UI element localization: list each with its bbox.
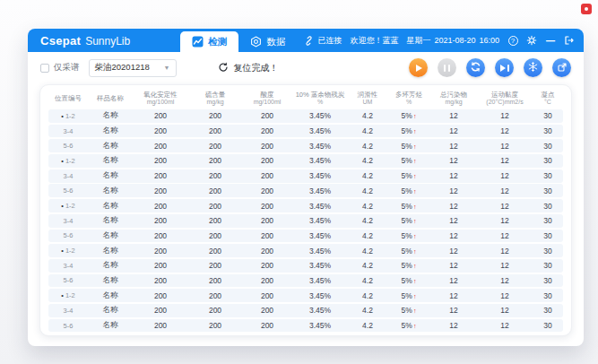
- value-cell: 200: [188, 276, 242, 285]
- table-row[interactable]: •1-2名称2002002003.45%4.25%↑121230: [48, 289, 563, 302]
- alert-up-icon: ↑: [413, 188, 417, 195]
- table-row[interactable]: •1-2名称2002002003.45%4.25%↑121230: [48, 244, 563, 257]
- column-header: 润滑性UM: [348, 91, 387, 106]
- sample-name-cell: 名称: [88, 215, 133, 226]
- table-row[interactable]: 5-6名称2002002003.45%4.25%↑121230: [48, 230, 563, 243]
- value-cell: 12: [477, 231, 533, 240]
- freeze-button[interactable]: [524, 58, 542, 77]
- value-cell: 5%↑: [387, 142, 430, 151]
- position-cell: 3-4: [48, 307, 88, 315]
- value-cell: 200: [133, 321, 188, 330]
- sample-name-cell: 名称: [88, 170, 133, 181]
- table-row[interactable]: •1-2名称2002002003.45%4.25%↑121230: [48, 154, 563, 168]
- help-icon[interactable]: ?: [507, 35, 518, 46]
- sample-name-cell: 名称: [88, 186, 133, 196]
- reset-status[interactable]: 复位完成！: [218, 60, 279, 76]
- reset-refresh-icon: [218, 60, 229, 76]
- spectrum-only-checkbox[interactable]: [40, 64, 49, 73]
- value-cell: 4.2: [348, 142, 387, 151]
- sample-name-cell: 名称: [88, 155, 133, 166]
- table-row[interactable]: 3-4名称2002002003.45%4.25%↑121230: [48, 214, 563, 228]
- value-cell: 3.45%: [292, 126, 348, 135]
- chevron-down-icon: ▼: [164, 65, 170, 71]
- table-row[interactable]: •1-2名称2002002003.45%4.25%↑121230: [48, 109, 563, 123]
- table-row[interactable]: 5-6名称2002002003.45%4.25%↑121230: [48, 184, 563, 197]
- position-cell: 5-6: [48, 322, 88, 330]
- value-cell: 12: [477, 321, 533, 330]
- value-cell: 200: [242, 276, 292, 285]
- time-text: 16:00: [479, 36, 499, 45]
- table-row[interactable]: 5-6名称2002002003.45%4.25%↑121230: [48, 274, 563, 288]
- value-cell: 3.45%: [292, 247, 348, 256]
- value-cell: 200: [188, 111, 242, 120]
- spectrum-only-label: 仅采谱: [54, 62, 80, 74]
- sample-name-cell: 名称: [88, 275, 133, 286]
- value-cell: 12: [430, 216, 477, 225]
- tab-data[interactable]: 数据: [238, 31, 297, 52]
- value-cell: 200: [242, 291, 292, 300]
- sample-name-cell: 名称: [88, 246, 133, 256]
- exit-icon[interactable]: [564, 35, 575, 46]
- tab-detection[interactable]: 检测: [180, 31, 238, 52]
- value-cell: 30: [533, 142, 563, 151]
- value-cell: 200: [133, 142, 188, 151]
- value-cell: 3.45%: [292, 306, 348, 315]
- value-cell: 200: [133, 291, 188, 300]
- table-row[interactable]: 3-4名称2002002003.45%4.25%↑121230: [48, 259, 563, 273]
- value-cell: 30: [533, 156, 563, 165]
- value-cell: 200: [188, 156, 242, 165]
- date-text: 2021-08-20: [434, 36, 475, 45]
- value-cell: 12: [477, 156, 533, 165]
- settings-gear-icon[interactable]: [526, 35, 537, 46]
- table-row[interactable]: 5-6名称2002002003.45%4.25%↑121230: [48, 139, 563, 152]
- capture-indicator-icon: [581, 4, 592, 14]
- toolbar: 仅采谱 柴油20201218 ▼ 复位完成！: [28, 52, 584, 83]
- value-cell: 200: [242, 186, 292, 195]
- column-header: 总污染物mg/kg: [430, 91, 477, 106]
- value-cell: 12: [477, 111, 533, 120]
- export-icon: [557, 60, 568, 76]
- connection-label: 已连接: [317, 35, 342, 47]
- value-cell: 200: [242, 171, 292, 180]
- value-cell: 200: [242, 142, 292, 151]
- bullet-marker-icon: •: [61, 247, 64, 255]
- table-row[interactable]: 3-4名称2002002003.45%4.25%↑121230: [48, 304, 563, 317]
- value-cell: 3.45%: [292, 186, 348, 195]
- value-cell: 30: [533, 126, 563, 135]
- table-row[interactable]: 3-4名称2002002003.45%4.25%↑121230: [48, 125, 563, 138]
- position-cell: •1-2: [48, 112, 88, 120]
- alert-up-icon: ↑: [413, 113, 417, 119]
- value-cell: 200: [188, 231, 242, 240]
- app-window: Csepat SunnyLib 检测 数据 已连接: [28, 29, 584, 346]
- value-cell: 12: [477, 261, 533, 270]
- value-cell: 12: [477, 142, 533, 151]
- value-cell: 30: [533, 291, 563, 300]
- skip-button[interactable]: [495, 58, 514, 77]
- value-cell: 200: [242, 202, 292, 211]
- value-cell: 4.2: [348, 291, 387, 300]
- minimize-icon[interactable]: —: [545, 35, 556, 46]
- pause-button[interactable]: [438, 58, 456, 77]
- value-cell: 200: [188, 247, 242, 256]
- value-cell: 200: [133, 126, 188, 135]
- value-cell: 200: [242, 261, 292, 270]
- sync-button[interactable]: [466, 58, 485, 77]
- table-row[interactable]: 5-6名称2002002003.45%4.25%↑121230: [48, 319, 563, 333]
- value-cell: 200: [242, 321, 292, 330]
- table-row[interactable]: •1-2名称2002002003.45%4.25%↑121230: [48, 199, 563, 212]
- value-cell: 5%↑: [387, 261, 430, 270]
- value-cell: 200: [188, 321, 242, 330]
- position-cell: 3-4: [48, 172, 88, 180]
- sample-select[interactable]: 柴油20201218 ▼: [89, 59, 177, 77]
- value-cell: 12: [430, 306, 477, 315]
- value-cell: 5%↑: [387, 276, 430, 285]
- value-cell: 5%↑: [387, 291, 430, 300]
- table-row[interactable]: 3-4名称2002002003.45%4.25%↑121230: [48, 169, 563, 183]
- welcome-text: 欢迎您！蓝蓝: [350, 35, 398, 47]
- alert-up-icon: ↑: [413, 263, 417, 269]
- sample-name-cell: 名称: [88, 260, 133, 271]
- export-button[interactable]: [552, 58, 571, 77]
- bullet-marker-icon: •: [61, 291, 64, 299]
- action-buttons: [409, 58, 571, 77]
- start-button[interactable]: [409, 58, 428, 77]
